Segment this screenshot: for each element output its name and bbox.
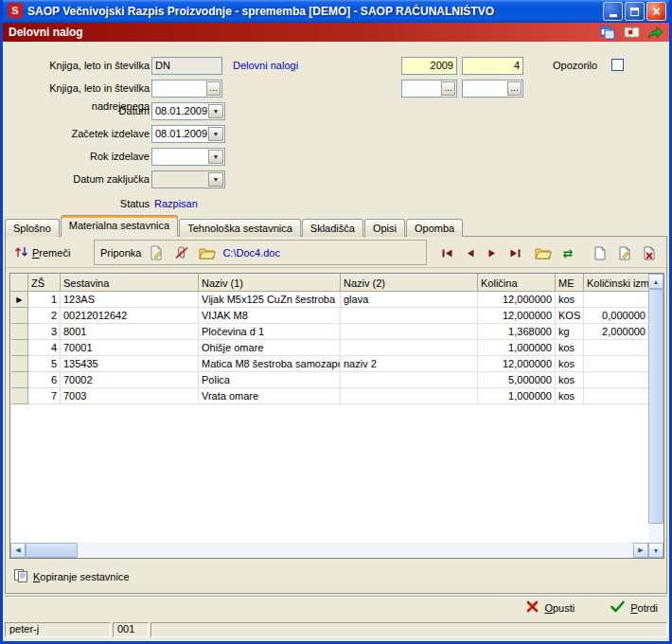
table-row[interactable]: 200212012642VIJAK M812,000000KOS0,000000 [11,308,649,324]
edit-row-icon [618,246,631,260]
tab-materialna-sestavnica[interactable]: Materialna sestavnica [61,215,178,237]
datum-combo[interactable]: 08.01.2009 ▼ [151,102,225,120]
nadrejeni-lookup-button[interactable]: … [206,81,221,96]
priponka-label: Priponka [100,247,141,259]
table-row[interactable]: 470001Ohišje omare1,000000kos [11,340,649,356]
zakljucek-label: Datum zaključka [5,170,150,188]
table-cell: 135435 [61,356,199,372]
column-header[interactable]: Količinski izme [584,275,649,292]
window-title: SAOP Večnivojski Razpis Proizvodnje - sp… [27,5,603,18]
table-row[interactable]: 670002Polica5,000000kos [11,372,649,388]
first-record-button[interactable] [436,242,457,263]
nadrejeni-field[interactable]: … [151,80,222,98]
rok-combo[interactable]: ▼ [151,148,225,166]
column-header[interactable]: Količina [478,275,556,292]
nadrejeni-stevilka-lookup-button[interactable]: … [507,81,522,96]
rok-dropdown-icon[interactable]: ▼ [208,150,223,164]
nadrejeni-stevilka-field[interactable]: … [462,80,523,98]
zakljucek-dropdown-icon: ▼ [208,172,223,187]
maximize-button[interactable] [625,2,645,21]
column-header[interactable]: Naziv (1) [199,275,341,292]
column-header[interactable]: Naziv (2) [341,275,478,292]
edit-row-button[interactable] [614,242,635,263]
vertical-scrollbar[interactable]: ▲ ▼ [648,274,663,558]
column-header[interactable]: Sestavina [61,275,199,292]
table-cell: 12,000000 [478,356,556,372]
status-label: Status [5,195,150,213]
zacetek-value: 08.01.2009 [155,128,207,139]
copy-bom-icon [13,568,28,585]
import-folder-icon [535,246,552,259]
table-cell: 3 [28,324,61,340]
nadrejeni-leto-field[interactable]: … [401,80,457,98]
table-cell [584,292,649,308]
copy-form-icon[interactable] [599,25,616,40]
scroll-up-icon[interactable]: ▲ [648,274,663,289]
attachment-link[interactable]: C:\Doc4.doc [222,247,280,259]
column-header[interactable]: ZŠ [28,275,61,292]
table-row[interactable]: ▶1123ASVijak M5x125 CuZn šestrobaglava12… [11,292,649,308]
last-record-button[interactable] [504,242,525,263]
table-cell [584,372,649,388]
open-attachment-folder-icon[interactable] [197,242,218,262]
tab-opomba[interactable]: Opomba [406,219,463,237]
table-row[interactable]: 5135435Matica M8 šestroba samozapornanaz… [11,356,649,372]
table-cell [341,308,478,324]
opozorilo-checkbox[interactable] [611,59,624,71]
table-cell [584,340,649,356]
datum-label: Datum [5,102,150,120]
tab-opisi[interactable]: Opisi [364,219,405,237]
table-cell: KOS [556,308,584,324]
scroll-right-icon[interactable]: ▶ [633,543,648,558]
horizontal-scrollbar[interactable]: ◀ ▶ [10,543,648,558]
table-row[interactable]: 38001Pločevina d 11,368000kg2,000000 [11,324,649,340]
new-row-button[interactable] [590,242,610,263]
close-form-icon[interactable] [623,25,640,40]
priponka-panel: Priponka C:\Doc4.doc [94,240,427,265]
delete-row-button[interactable] [639,242,660,263]
row-marker [11,356,28,372]
grid-header-row: ZŠSestavinaNaziv (1)Naziv (2)KoličinaMEK… [11,275,649,292]
potrdi-button[interactable]: Potrdi [610,600,658,615]
vscroll-thumb[interactable] [648,289,663,524]
stevilka-field[interactable]: 4 [462,57,523,75]
tab-skladišča[interactable]: Skladišča [302,219,363,237]
leto-field[interactable]: 2009 [401,57,457,75]
zacetek-combo[interactable]: 08.01.2009 ▼ [151,125,225,143]
scroll-left-icon[interactable]: ◀ [10,543,26,558]
minimize-icon [610,14,617,17]
tab-content-panel: Premeči Priponka C:\Doc4.doc [5,236,667,594]
titlebar: S SAOP Večnivojski Razpis Proizvodnje - … [3,0,669,23]
grid-view: ZŠSestavinaNaziv (1)Naziv (2)KoličinaMEK… [10,274,648,543]
minimize-button[interactable] [603,2,623,21]
action-bar: Opusti Potrdi [526,600,658,615]
row-marker: ▶ [11,292,28,308]
kopiranje-sestavnice-button[interactable]: Kopiranje sestavnice [11,565,132,588]
premeci-button[interactable]: Premeči [10,242,74,264]
opusti-button[interactable]: Opusti [526,600,575,615]
scroll-down-icon[interactable]: ▼ [648,543,663,558]
tab-tehnološka-sestavnica[interactable]: Tehnološka sestavnica [179,219,301,237]
reorder-icon [14,245,28,260]
column-header[interactable]: ME [556,275,584,292]
delovni-nalogi-link[interactable]: Delovni nalogi [233,60,298,71]
prev-record-button[interactable] [459,242,480,263]
row-marker [11,308,28,324]
knjiga-field[interactable]: DN [151,57,222,75]
close-button[interactable]: × [646,2,666,21]
table-row[interactable]: 77003Vrata omare1,000000kos [11,388,649,404]
hscroll-thumb[interactable] [26,543,78,558]
nadrejeni-leto-lookup-button[interactable]: … [441,81,455,96]
tab-splošno[interactable]: Splošno [5,219,60,237]
row-marker [11,340,28,356]
transfer-button[interactable]: ⇄ [557,242,578,263]
detach-attachment-icon[interactable] [171,242,192,262]
status-value: Razpisan [154,198,198,209]
next-record-button[interactable] [482,242,503,263]
import-button[interactable] [533,242,554,263]
zacetek-dropdown-icon[interactable]: ▼ [208,127,223,141]
edit-attachment-icon[interactable] [146,242,167,262]
datum-dropdown-icon[interactable]: ▼ [208,104,223,118]
rok-label: Rok izdelave [5,148,150,166]
exit-icon[interactable] [646,25,663,40]
